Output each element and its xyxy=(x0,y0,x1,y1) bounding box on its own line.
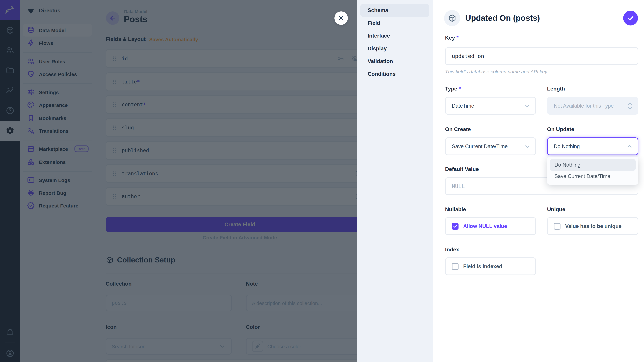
stepper-arrows-icon[interactable] xyxy=(627,101,633,110)
key-helper-note: This field's database column name and AP… xyxy=(445,69,547,74)
on-create-select[interactable]: Save Current Date/Time xyxy=(445,137,536,155)
checkbox-checked-icon[interactable] xyxy=(452,223,458,229)
nullable-label: Nullable xyxy=(445,206,466,213)
box-icon xyxy=(448,14,456,22)
tab-field[interactable]: Field xyxy=(360,17,429,29)
close-icon xyxy=(338,14,345,22)
tab-conditions[interactable]: Conditions xyxy=(360,68,429,80)
key-input[interactable] xyxy=(445,47,638,65)
type-value: DateTime xyxy=(452,103,474,109)
on-update-label: On Update xyxy=(547,126,574,132)
directus-app: Directus Data Model Flows User Roles Acc… xyxy=(0,0,644,362)
field-drawer: Schema Field Interface Display Validatio… xyxy=(357,0,644,362)
check-icon xyxy=(626,14,634,22)
save-button[interactable] xyxy=(623,11,638,25)
drawer-content: Updated On (posts) Key * This field's da… xyxy=(433,0,644,362)
on-update-value: Do Nothing xyxy=(554,143,580,149)
unique-label: Unique xyxy=(547,206,565,213)
field-type-icon-circle xyxy=(444,10,460,26)
close-drawer-button[interactable] xyxy=(334,11,348,25)
required-mark: * xyxy=(456,35,458,40)
chevron-down-icon xyxy=(524,143,531,150)
drawer-tab-list: Schema Field Interface Display Validatio… xyxy=(357,0,433,362)
on-create-value: Save Current Date/Time xyxy=(452,143,508,149)
on-update-dropdown: Do Nothing Save Current Date/Time xyxy=(547,157,638,185)
unique-checkbox-field[interactable]: Value has to be unique xyxy=(547,217,638,235)
nullable-checkbox-field[interactable]: Allow NULL value xyxy=(445,217,536,235)
overlay-scrim[interactable] xyxy=(0,0,357,362)
default-value-label: Default Value xyxy=(445,166,479,172)
tab-display[interactable]: Display xyxy=(360,42,429,55)
index-label: Index xyxy=(445,247,459,253)
dropdown-option-save-current[interactable]: Save Current Date/Time xyxy=(550,171,636,182)
index-checkbox-field[interactable]: Field is indexed xyxy=(445,257,536,275)
length-input: Not Available for this Type xyxy=(547,97,638,115)
key-label: Key * xyxy=(445,35,458,41)
type-label: Type * xyxy=(445,86,461,92)
dropdown-option-do-nothing[interactable]: Do Nothing xyxy=(550,159,636,171)
key-value[interactable] xyxy=(452,53,632,59)
drawer-title: Updated On (posts) xyxy=(465,13,540,23)
tab-validation[interactable]: Validation xyxy=(360,55,429,68)
tab-schema[interactable]: Schema xyxy=(360,4,429,17)
on-update-select[interactable]: Do Nothing xyxy=(547,137,638,155)
chevron-down-icon xyxy=(524,102,531,109)
required-mark: * xyxy=(459,86,461,91)
on-create-label: On Create xyxy=(445,126,471,132)
type-select[interactable]: DateTime xyxy=(445,97,536,115)
checkbox-unchecked-icon[interactable] xyxy=(452,263,458,270)
length-label: Length xyxy=(547,86,565,92)
length-placeholder: Not Available for this Type xyxy=(554,103,614,109)
chevron-up-icon xyxy=(626,143,633,150)
checkbox-unchecked-icon[interactable] xyxy=(554,223,560,229)
tab-interface[interactable]: Interface xyxy=(360,29,429,42)
